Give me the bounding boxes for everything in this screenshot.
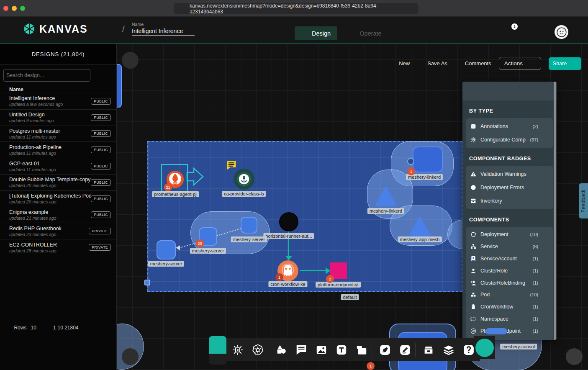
node-label[interactable]: horizontal-runner-aut... bbox=[263, 233, 314, 239]
eye-icon[interactable] bbox=[542, 231, 549, 238]
node-label[interactable]: ca-provider-class-ls bbox=[222, 191, 266, 197]
prev-page-icon[interactable] bbox=[86, 324, 92, 331]
eye-icon[interactable] bbox=[542, 291, 549, 298]
design-list-item[interactable]: EC2-CONTROLLER updated 28 minutes ago PR… bbox=[0, 239, 117, 255]
platform-endpoint-badge[interactable]: 2 bbox=[326, 275, 334, 283]
eye-icon[interactable] bbox=[542, 136, 549, 144]
sidebar-toggle-icon[interactable] bbox=[33, 5, 40, 12]
avatar[interactable] bbox=[555, 25, 568, 39]
zoom-window-button[interactable] bbox=[20, 6, 25, 11]
bottom-deployment-badge[interactable]: 1 bbox=[367, 362, 375, 370]
design-list-item[interactable]: [Tutorial] Exploring Kubernetes Pod upda… bbox=[0, 190, 117, 207]
design-list-item[interactable]: Double Bubble Map Template-copy updated … bbox=[0, 174, 117, 190]
design-canvas[interactable]: New Save As Comments Actions Share bbox=[117, 44, 588, 370]
design-list-item[interactable]: Production-alt Pipeline updated 11 minut… bbox=[0, 141, 117, 158]
node-label[interactable]: meshery-consul bbox=[500, 344, 537, 349]
downloads-icon[interactable] bbox=[539, 5, 546, 12]
eye-icon[interactable] bbox=[542, 339, 549, 340]
tool-button[interactable] bbox=[251, 343, 265, 357]
node-label[interactable]: cron-workflow-ke bbox=[268, 281, 307, 287]
consul-handle[interactable] bbox=[485, 328, 507, 334]
cron-workflow-badge[interactable]: 1 bbox=[275, 273, 283, 281]
feedback-tab[interactable]: Feedback bbox=[579, 183, 588, 218]
component-row[interactable]: Pod (10) bbox=[466, 289, 553, 301]
zoom-button[interactable] bbox=[122, 348, 139, 365]
node-label[interactable]: meshery-server bbox=[148, 261, 184, 267]
settings-gear-icon[interactable] bbox=[523, 28, 532, 36]
component-badge-row[interactable]: Deployment Errors bbox=[466, 181, 553, 194]
node-clusterrole[interactable] bbox=[241, 217, 257, 234]
node-github-runner[interactable] bbox=[279, 212, 298, 231]
new-button[interactable]: New bbox=[389, 60, 410, 67]
back-icon[interactable] bbox=[56, 5, 63, 12]
node-label[interactable]: prometheus-agent-pj bbox=[152, 191, 199, 197]
icloud-icon[interactable] bbox=[163, 5, 170, 12]
component-row[interactable]: Deployment (10) bbox=[466, 229, 553, 241]
design-list-item[interactable]: Postgres multi-master updated 11 minutes… bbox=[0, 126, 117, 142]
search-input[interactable] bbox=[6, 72, 80, 78]
url-bar[interactable]: kanvas.new/extension/meshmap?mode=design… bbox=[174, 3, 419, 14]
by-type-row[interactable]: Configurable Componen (37) bbox=[466, 133, 553, 146]
import-design-icon[interactable] bbox=[96, 72, 103, 79]
component-row[interactable]: PlatformEndpoint (1) bbox=[466, 325, 553, 337]
eye-icon[interactable] bbox=[542, 243, 549, 250]
notifications-bell-icon[interactable] bbox=[539, 28, 547, 36]
tab-design[interactable]: Design bbox=[295, 26, 337, 40]
eye-icon[interactable] bbox=[542, 171, 549, 178]
node-label[interactable]: platform-endpoint-yt bbox=[316, 282, 361, 288]
tab-overview-icon[interactable] bbox=[576, 5, 583, 12]
design-list-item[interactable]: GCP-east-01 updated 11 minutes ago PUBLI… bbox=[0, 158, 117, 174]
tool-button[interactable] bbox=[314, 343, 329, 357]
component-row[interactable]: ServiceAccount (1) bbox=[466, 253, 553, 265]
eye-icon[interactable] bbox=[542, 279, 549, 286]
tool-button[interactable] bbox=[268, 343, 288, 357]
node-ca-provider[interactable] bbox=[234, 169, 254, 190]
collapse-panel-icon[interactable] bbox=[473, 87, 481, 95]
refresh-icon[interactable] bbox=[413, 6, 419, 11]
tab-operate[interactable]: Operate bbox=[342, 26, 388, 40]
eye-icon[interactable] bbox=[542, 184, 549, 191]
tool-button[interactable] bbox=[442, 343, 456, 357]
reader-icon[interactable] bbox=[174, 6, 180, 12]
menu-hamburger-icon[interactable] bbox=[575, 28, 584, 36]
organization-icon[interactable] bbox=[108, 26, 116, 35]
edge-cron-to-platform[interactable] bbox=[300, 270, 326, 271]
design-list-item[interactable]: Intelligent Inference updated a few seco… bbox=[0, 93, 117, 109]
eye-icon[interactable] bbox=[542, 198, 549, 205]
component-row[interactable]: ClusterRole (1) bbox=[466, 265, 553, 277]
rows-per-page-select[interactable]: 10 bbox=[31, 325, 43, 331]
meshery-tool-button[interactable] bbox=[474, 336, 495, 359]
component-row[interactable]: ClusterRoleBinding (1) bbox=[466, 277, 553, 289]
component-badge-row[interactable]: Validation Warnings bbox=[466, 167, 553, 181]
tool-button[interactable] bbox=[462, 343, 476, 357]
chevron-down-icon[interactable] bbox=[42, 6, 47, 10]
save-as-button[interactable]: Save As bbox=[417, 60, 447, 67]
node-linkerd-deployment[interactable] bbox=[413, 146, 443, 172]
next-page-icon[interactable] bbox=[97, 324, 103, 331]
namespace-label[interactable]: default bbox=[341, 294, 359, 300]
offscreen-node[interactable] bbox=[117, 64, 122, 108]
node-label[interactable]: meshery-server bbox=[190, 248, 226, 254]
prometheus-arrow-shape[interactable] bbox=[186, 167, 204, 186]
node-label[interactable]: meshery-linkerd bbox=[367, 208, 404, 214]
pen-mode-button[interactable] bbox=[566, 348, 583, 365]
component-row[interactable]: Service (8) bbox=[466, 241, 553, 253]
column-header-name[interactable]: Name bbox=[9, 87, 23, 92]
clusterrolebinding-badge[interactable]: 20 bbox=[196, 239, 204, 247]
prometheus-badge[interactable]: 21 bbox=[164, 183, 172, 191]
eye-icon[interactable] bbox=[542, 315, 549, 322]
design-list-item[interactable]: Enigma example updated 21 minutes ago PU… bbox=[0, 207, 117, 223]
close-panel-icon[interactable] bbox=[541, 87, 548, 95]
tool-button[interactable] bbox=[294, 343, 308, 357]
eye-icon[interactable] bbox=[542, 123, 549, 130]
panel-scrollbar[interactable] bbox=[554, 82, 556, 340]
new-tab-icon[interactable] bbox=[564, 5, 571, 12]
node-serviceaccount[interactable] bbox=[157, 240, 176, 260]
search-icon[interactable] bbox=[80, 72, 87, 79]
node-linkerd-service[interactable] bbox=[374, 185, 398, 206]
pan-tool-button[interactable] bbox=[209, 354, 226, 365]
tool-button[interactable] bbox=[398, 343, 412, 357]
tool-button[interactable] bbox=[354, 343, 369, 357]
share-page-icon[interactable] bbox=[551, 5, 558, 12]
close-window-button[interactable] bbox=[3, 6, 8, 11]
